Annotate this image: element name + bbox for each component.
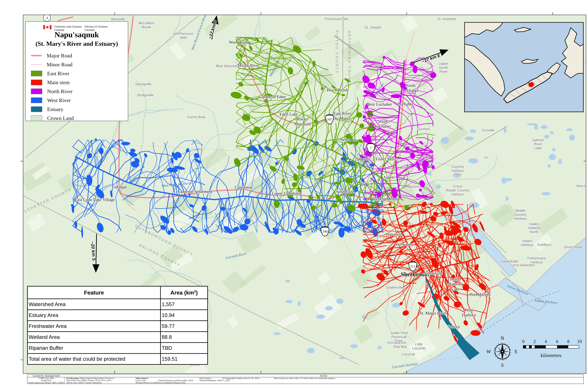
esri-basemap-line2: Nova Scotia, Esri, HERE, Garmin, USGS, N… [66, 379, 112, 382]
compass-letter: S [501, 362, 504, 368]
map-title: Napu'saqnuk [26, 30, 128, 39]
legend-row: North River [31, 87, 125, 96]
table-row: Total area of water that could be protec… [27, 354, 208, 364]
graticule-tick [261, 12, 261, 15]
geodetic-line: Projection [41, 379, 51, 382]
legend-row: Major Road [31, 51, 125, 60]
graticule-tick [115, 12, 115, 15]
metadata-bar: GEODETIC PARAMETERS NOTES UTM Zone 20N P… [27, 374, 584, 384]
crown-land-source: : (Natural Resources and Renewables, 202… [157, 379, 193, 382]
feature-area-table: Feature Area (km2) Watershed Area 1,557 … [27, 286, 208, 365]
esri-basemap-line1: Esri Basemap: Halifax Regional Municipal… [66, 377, 114, 380]
inset-overview-map [464, 22, 584, 112]
notes-header: NOTES [320, 375, 327, 377]
table-header-area: Area (km2) [161, 286, 208, 299]
table-header-feature: Feature [27, 286, 161, 299]
geodetic-line: North American Datum 1983 (CSRS) [28, 382, 64, 384]
legend-row: Estuary [31, 105, 125, 114]
esri-basemap-line3: NRCan, Esri, GEBCO, Garmin, NaturalVue [66, 382, 102, 384]
legend-swatch [31, 106, 42, 112]
table-row: Watershed Area 1,557 [27, 299, 208, 310]
graticule-tick [115, 371, 115, 373]
map-document: ~12 km N~17 km E~20 km SWestvilleMcLella… [0, 0, 588, 388]
compass-letters: NESW [487, 336, 518, 367]
legend-label: East River [47, 71, 69, 76]
buffer-note: Water features are shown with a 3.75-met… [274, 377, 336, 380]
legend-label: Major Road [47, 52, 72, 59]
table-row: Riparian Buffer TBD [27, 343, 208, 354]
graticule-tick [20, 161, 23, 161]
footer-column-divider [65, 377, 65, 384]
water-features-source: : NS Topographic Database (Service NS, 2… [222, 377, 260, 380]
scale-bar-unit: kilometres [540, 353, 562, 358]
legend-label: Estuary [47, 106, 63, 112]
compass-letter: E [514, 349, 517, 354]
compass-letter: W [486, 349, 491, 354]
mikmaq-districts-source: Mi'kmaq Districts: (Confederacy of Mainl… [136, 382, 186, 384]
table-row: Freshwater Area 59.77 [27, 321, 208, 332]
legend-panel: Fisheries and OceansCanada Pêches et Océ… [25, 21, 128, 121]
other-sources-header: Other Sources: [136, 377, 148, 380]
legend-label: Crown Land [47, 115, 74, 121]
legend-row: Main stem [31, 78, 125, 87]
legend-swatch [31, 71, 42, 76]
inset-labels-layer [465, 23, 583, 112]
scale-bar [523, 345, 579, 348]
legend-row: Minor Road [31, 60, 125, 69]
graticule-tick [407, 371, 407, 373]
graticule-tick [584, 161, 586, 161]
geodetic-header: GEODETIC PARAMETERS [33, 375, 60, 377]
legend-label: Main stem [47, 79, 70, 85]
table-row: Estuary Area 10.94 [27, 310, 208, 321]
water-features-label: Water Features [199, 377, 211, 380]
table-row: Wetland Area 88.8 [27, 332, 208, 343]
graticule-tick [261, 371, 261, 373]
legend-swatch [31, 55, 42, 56]
legend-swatch [31, 97, 42, 103]
graticule-tick [20, 360, 23, 360]
watershed-boundary-source: Watershed Boundary: (NSECC, 2021) [199, 379, 230, 382]
legend-swatch [31, 115, 42, 121]
crown-land-label: Crown Land [136, 379, 146, 382]
legend-label: West River [47, 97, 71, 103]
map-subtitle: (St. Mary's River and Estuary) [26, 40, 128, 47]
legend-swatch [31, 80, 42, 85]
legend-swatch [31, 89, 42, 94]
legend-row: East River [31, 69, 125, 78]
legend-swatch [31, 64, 42, 65]
legend-row: West River [31, 96, 125, 105]
canada-flag-icon [43, 25, 51, 29]
compass-rose: NESW [487, 336, 518, 367]
legend-label: Minor Road [47, 62, 73, 68]
legend-label: North River [47, 88, 73, 95]
graticule-tick [407, 12, 407, 15]
graticule-tick [553, 12, 553, 15]
legend-row: Crown Land [31, 114, 125, 123]
compass-letter: N [501, 335, 504, 341]
legend-items: Major Road Minor Road East River Main st… [31, 51, 125, 123]
